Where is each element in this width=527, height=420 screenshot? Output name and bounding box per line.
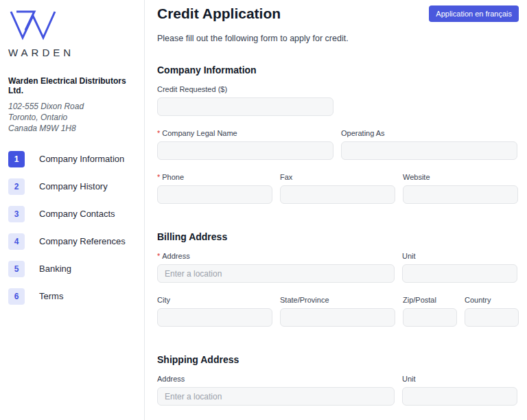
- billing-city-input[interactable]: [157, 308, 272, 327]
- field-shipping-address: Address: [157, 375, 395, 406]
- field-phone: *Phone: [157, 173, 272, 204]
- field-fax: Fax: [280, 173, 395, 204]
- credit-requested-input[interactable]: [157, 97, 333, 116]
- step-terms[interactable]: 6 Terms: [8, 288, 136, 305]
- billing-address-label: *Address: [157, 252, 395, 260]
- required-asterisk: *: [157, 173, 160, 181]
- page-title: Credit Application: [157, 5, 281, 22]
- billing-state-label: State/Province: [280, 296, 395, 304]
- row-phone-fax-website: *Phone Fax Website: [157, 173, 519, 204]
- main-content: Credit Application Application en frança…: [145, 0, 527, 420]
- row-billing-address-unit: *Address Unit: [157, 252, 519, 283]
- address-line-2: Toronto, Ontario: [8, 112, 136, 123]
- step-nav: 1 Company Information 2 Company History …: [8, 151, 136, 305]
- warden-logo-icon: [8, 8, 136, 44]
- fax-input[interactable]: [280, 185, 395, 204]
- step-company-history[interactable]: 2 Company History: [8, 178, 136, 195]
- step-company-contacts[interactable]: 3 Company Contacts: [8, 206, 136, 222]
- billing-address-input[interactable]: [157, 264, 395, 283]
- company-legal-name-label: *Company Legal Name: [157, 129, 333, 137]
- billing-country-label: Country: [465, 296, 519, 304]
- company-address: 102-555 Dixon Road Toronto, Ontario Cana…: [8, 101, 136, 135]
- operating-as-label: Operating As: [341, 129, 517, 137]
- step-label: Banking: [39, 264, 71, 274]
- step-number: 3: [8, 206, 25, 222]
- brand-wordmark: WARDEN: [8, 47, 136, 58]
- step-label: Company Information: [39, 154, 124, 164]
- fax-label: Fax: [280, 173, 395, 181]
- step-label: Company Contacts: [39, 209, 115, 219]
- step-number: 4: [8, 233, 25, 250]
- field-billing-state: State/Province: [280, 296, 395, 327]
- row-shipping-address-unit: Address Unit: [157, 375, 519, 406]
- step-company-references[interactable]: 4 Company References: [8, 233, 136, 250]
- billing-country-input[interactable]: [465, 308, 519, 327]
- field-billing-city: City: [157, 296, 272, 327]
- field-credit-requested: Credit Requested ($): [157, 85, 333, 116]
- field-operating-as: Operating As: [341, 129, 517, 160]
- billing-zip-label: Zip/Postal: [403, 296, 457, 304]
- step-banking[interactable]: 5 Banking: [8, 261, 136, 277]
- page-subtitle: Please fill out the following form to ap…: [157, 34, 519, 43]
- step-number: 1: [8, 151, 25, 167]
- step-number: 6: [8, 288, 25, 305]
- address-line-3: Canada M9W 1H8: [8, 123, 136, 134]
- row-credit-requested: Credit Requested ($): [157, 85, 519, 116]
- field-billing-address: *Address: [157, 252, 395, 283]
- address-line-1: 102-555 Dixon Road: [8, 101, 136, 112]
- phone-input[interactable]: [157, 185, 272, 204]
- billing-state-input[interactable]: [280, 308, 395, 327]
- step-label: Company History: [39, 181, 108, 191]
- website-input[interactable]: [403, 185, 518, 204]
- section-heading-billing-address: Billing Address: [157, 231, 519, 242]
- billing-zip-input[interactable]: [403, 308, 457, 327]
- header: Credit Application Application en frança…: [157, 5, 519, 22]
- field-website: Website: [403, 173, 518, 204]
- section-heading-shipping-address: Shipping Address: [157, 354, 519, 365]
- company-legal-name-input[interactable]: [157, 141, 333, 160]
- field-billing-unit: Unit: [402, 252, 517, 283]
- shipping-address-input[interactable]: [157, 387, 395, 406]
- website-label: Website: [403, 173, 518, 181]
- credit-requested-label: Credit Requested ($): [157, 85, 333, 93]
- required-asterisk: *: [157, 129, 160, 137]
- field-shipping-unit: Unit: [402, 375, 517, 406]
- billing-unit-label: Unit: [402, 252, 517, 260]
- step-number: 2: [8, 178, 25, 195]
- row-legal-name: *Company Legal Name Operating As: [157, 129, 519, 160]
- field-billing-zip: Zip/Postal: [403, 296, 457, 327]
- shipping-unit-input[interactable]: [402, 387, 517, 406]
- language-toggle-button[interactable]: Application en français: [429, 5, 519, 22]
- operating-as-input[interactable]: [341, 141, 517, 160]
- shipping-unit-label: Unit: [402, 375, 517, 383]
- shipping-address-label: Address: [157, 375, 395, 383]
- company-name: Warden Electrical Distributors Ltd.: [8, 76, 136, 95]
- billing-city-label: City: [157, 296, 272, 304]
- billing-unit-input[interactable]: [402, 264, 517, 283]
- section-heading-company-information: Company Information: [157, 65, 519, 75]
- row-billing-city-state-zip-country: City State/Province Zip/Postal Country: [157, 296, 519, 327]
- field-company-legal-name: *Company Legal Name: [157, 129, 333, 160]
- required-asterisk: *: [157, 252, 160, 260]
- step-label: Company References: [39, 236, 126, 246]
- field-billing-country: Country: [465, 296, 519, 327]
- sidebar: WARDEN Warden Electrical Distributors Lt…: [0, 0, 145, 420]
- credit-application-page: WARDEN Warden Electrical Distributors Lt…: [0, 0, 527, 420]
- step-number: 5: [8, 261, 25, 277]
- step-company-information[interactable]: 1 Company Information: [8, 151, 136, 167]
- phone-label: *Phone: [157, 173, 272, 181]
- step-label: Terms: [39, 291, 63, 301]
